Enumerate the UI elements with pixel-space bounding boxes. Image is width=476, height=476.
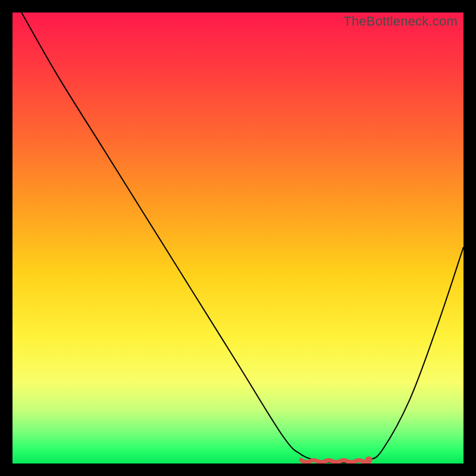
watermark-label: TheBottleneck.com (343, 14, 458, 29)
highlight-marker (12, 12, 464, 464)
marker-stroke (301, 460, 369, 462)
endpoint-dot (365, 456, 372, 464)
plot-area: TheBottleneck.com (12, 12, 464, 464)
chart-frame: TheBottleneck.com (0, 0, 476, 476)
